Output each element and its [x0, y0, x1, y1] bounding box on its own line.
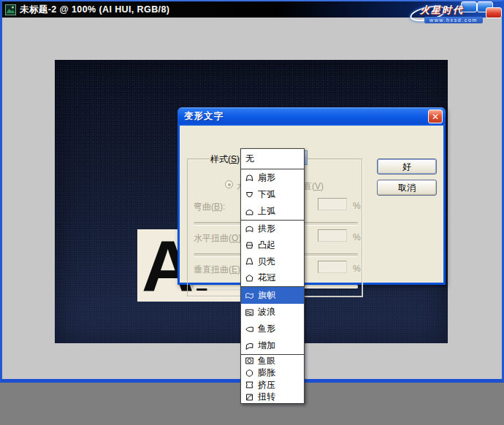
dropdown-item-inflate[interactable]: 膨胀: [241, 367, 304, 380]
dropdown-group: 鱼眼膨胀挤压扭转: [241, 355, 304, 403]
horizontal-distortion-label: 水平扭曲(O):: [194, 232, 244, 245]
vertical-distortion-input[interactable]: [318, 261, 347, 273]
dropdown-item-label: 花冠: [258, 272, 275, 284]
bend-label: 弯曲(B):: [194, 201, 225, 213]
rise-icon: [244, 341, 255, 351]
dropdown-item-arch[interactable]: 拱形: [241, 221, 304, 237]
wave-icon: [244, 307, 255, 318]
dropdown-item-none[interactable]: 无: [241, 149, 304, 169]
twist-icon: [244, 392, 255, 402]
dropdown-item-twist[interactable]: 扭转: [241, 391, 304, 404]
dropdown-item-label: 拱形: [258, 223, 275, 235]
fish-icon: [244, 324, 255, 334]
dropdown-group: 扇形下弧上弧: [241, 169, 304, 220]
dropdown-item-arc-lower[interactable]: 下弧: [241, 186, 304, 203]
shell-lower-icon: [244, 256, 255, 267]
dropdown-item-label: 鱼眼: [258, 355, 275, 367]
dropdown-item-flag[interactable]: 旗帜: [241, 287, 304, 304]
window-title: 未标题-2 @ 100% (AI HUI, RGB/8): [20, 4, 169, 16]
dropdown-item-wave[interactable]: 波浪: [241, 304, 304, 321]
dialog-title: 变形文字: [184, 110, 224, 123]
dropdown-item-fish[interactable]: 鱼形: [241, 321, 304, 337]
dialog-body: 样式(S): 无 水平(H) 垂直(V) 弯曲(B): % 水平扭曲(O): %…: [177, 126, 446, 285]
dropdown-item-shell-upper[interactable]: 花冠: [241, 270, 304, 287]
photoshop-document-window-screenshot: 未标题-2 @ 100% (AI HUI, RGB/8) AI 变形文字 ✕ 样…: [0, 0, 504, 425]
dropdown-item-label: 无: [245, 153, 254, 165]
shell-upper-icon: [244, 273, 255, 283]
style-dropdown-list: 无扇形下弧上弧拱形凸起贝壳花冠旗帜波浪鱼形增加鱼眼膨胀挤压扭转: [240, 148, 305, 404]
dropdown-group: 拱形凸起贝壳花冠: [241, 221, 304, 286]
horizontal-distortion-percent-sign: %: [353, 232, 361, 242]
radio-horizontal[interactable]: [225, 180, 233, 188]
dropdown-item-label: 鱼形: [258, 323, 275, 335]
horizontal-distortion-input[interactable]: [318, 229, 347, 242]
close-icon[interactable]: ✕: [428, 110, 443, 123]
fisheye-icon: [244, 356, 255, 366]
dropdown-item-label: 扭转: [258, 391, 275, 403]
dropdown-item-rise[interactable]: 增加: [241, 337, 304, 354]
arc-lower-icon: [244, 190, 255, 200]
dropdown-item-label: 膨胀: [258, 367, 275, 379]
dropdown-item-label: 波浪: [258, 306, 275, 318]
dropdown-item-label: 增加: [258, 340, 275, 352]
dropdown-item-label: 挤压: [258, 379, 275, 391]
dropdown-item-label: 贝壳: [258, 256, 275, 268]
cancel-button[interactable]: 取消: [377, 180, 437, 196]
arc-upper-icon: [244, 207, 255, 217]
document-icon: [5, 4, 16, 15]
flag-icon: [244, 291, 255, 301]
ok-button[interactable]: 好: [377, 158, 437, 175]
arch-icon: [244, 223, 255, 234]
vertical-distortion-percent-sign: %: [353, 264, 361, 274]
dropdown-item-label: 上弧: [258, 205, 275, 218]
inflate-icon: [244, 368, 255, 378]
bulge-icon: [244, 240, 255, 250]
dropdown-item-arc-upper[interactable]: 上弧: [241, 203, 304, 220]
bend-input[interactable]: [318, 198, 347, 210]
dropdown-item-bulge[interactable]: 凸起: [241, 237, 304, 254]
dialog-titlebar[interactable]: 变形文字 ✕: [177, 107, 446, 126]
dropdown-item-fisheye[interactable]: 鱼眼: [241, 355, 304, 367]
document-titlebar[interactable]: 未标题-2 @ 100% (AI HUI, RGB/8): [2, 1, 502, 18]
dropdown-item-shell-lower[interactable]: 贝壳: [241, 253, 304, 270]
warp-text-dialog: 变形文字 ✕ 样式(S): 无 水平(H) 垂直(V) 弯曲(B): % 水平扭…: [177, 107, 446, 285]
dropdown-item-squeeze[interactable]: 挤压: [241, 379, 304, 391]
dropdown-item-label: 扇形: [258, 172, 275, 184]
vertical-distortion-label: 垂直扭曲(E):: [194, 264, 243, 276]
dropdown-group: 旗帜波浪鱼形增加: [241, 287, 304, 354]
style-label: 样式(S):: [210, 153, 242, 166]
dropdown-item-arc[interactable]: 扇形: [241, 169, 304, 186]
dropdown-item-label: 下弧: [258, 188, 275, 201]
arc-icon: [244, 173, 255, 183]
dropdown-item-label: 旗帜: [258, 289, 275, 302]
dropdown-group: 无: [241, 149, 304, 169]
squeeze-icon: [244, 380, 255, 390]
dropdown-item-label: 凸起: [258, 239, 275, 251]
bend-percent-sign: %: [353, 201, 361, 211]
